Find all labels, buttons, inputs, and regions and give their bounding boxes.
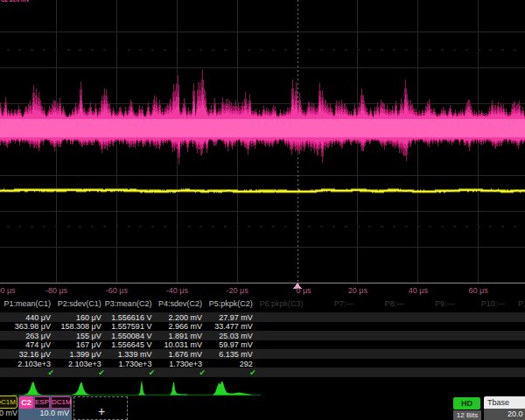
hd-mode-badge[interactable]: HD [453,397,480,410]
plus-icon: + [74,405,129,417]
timebase-descriptor-box[interactable]: Tbase [484,396,525,409]
channel2-coupling-badge: DC1M [51,396,71,409]
timebase-scale-label: 20.0 μs/div [484,409,525,420]
channel2-name-badge: C2 [19,396,33,409]
channel1-coupling-badge[interactable]: DC1M [0,396,18,409]
measurement-histicons [0,0,525,420]
channel2-descriptor-box[interactable]: C2 ESP DC1M 10.0 mV [18,396,72,420]
hd-bits-label: 12 Bits [453,410,481,420]
channel2-scale-label: 10.0 mV [18,409,69,417]
oscilloscope-screen: C2 10.0 mV -100 μs-80 μs-60 μs-40 μs-20 … [0,0,525,420]
channel2-esp-badge: ESP [34,396,50,409]
add-trace-slot[interactable]: + [74,396,128,420]
channel1-scale-label: 10.0 mV [0,409,18,417]
